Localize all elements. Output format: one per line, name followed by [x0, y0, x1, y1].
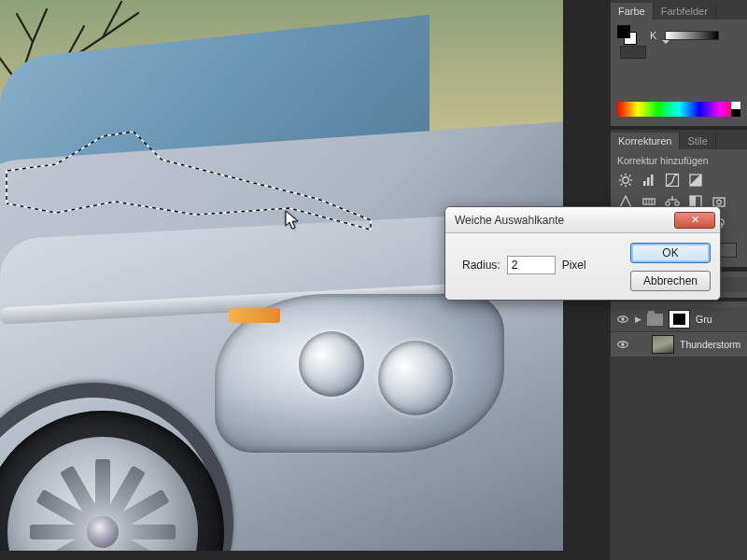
radius-unit: Pixel	[562, 259, 586, 272]
svg-rect-11	[651, 175, 654, 186]
svg-line-8	[629, 175, 631, 177]
tab-farbfelder[interactable]: Farbfelder	[654, 3, 716, 20]
brightness-icon[interactable]	[617, 173, 634, 188]
svg-point-31	[621, 317, 624, 320]
visibility-eye-icon[interactable]	[616, 313, 629, 326]
exposure-icon[interactable]	[687, 173, 704, 188]
foreground-swatch[interactable]	[617, 25, 630, 38]
folder-icon	[647, 314, 663, 326]
feather-selection-dialog: Weiche Auswahlkante ✕ Radius: Pixel OK A…	[444, 206, 721, 301]
tab-farbe[interactable]: Farbe	[611, 3, 654, 20]
disclosure-chevron-icon[interactable]: ▶	[635, 315, 641, 324]
layer-thumbnail[interactable]	[652, 335, 674, 354]
svg-line-7	[621, 184, 623, 186]
tab-stile[interactable]: Stile	[680, 133, 715, 149]
svg-rect-12	[667, 175, 679, 187]
close-icon: ✕	[691, 214, 699, 226]
layer-row-image[interactable]: Thunderstorm	[611, 331, 747, 357]
svg-point-33	[621, 343, 624, 345]
svg-line-5	[621, 175, 623, 177]
curves-icon[interactable]	[664, 173, 681, 188]
k-value-field[interactable]	[620, 46, 646, 59]
tab-korrekturen[interactable]: Korrekturen	[611, 133, 680, 149]
k-slider[interactable]	[665, 31, 719, 40]
dialog-titlebar[interactable]: Weiche Auswahlkante ✕	[445, 207, 720, 233]
k-channel-label: K	[650, 30, 656, 41]
svg-rect-10	[647, 177, 650, 186]
visibility-eye-icon[interactable]	[616, 338, 629, 351]
layer-name-label: Gru	[696, 314, 712, 325]
svg-point-0	[623, 177, 629, 184]
car-headlight	[215, 294, 504, 453]
layer-mask-thumb[interactable]	[669, 310, 690, 329]
svg-line-6	[629, 184, 631, 186]
layer-name-label: Thunderstorm	[680, 339, 740, 350]
color-spectrum[interactable]	[617, 102, 740, 117]
cancel-button[interactable]: Abbrechen	[630, 271, 711, 291]
radius-input[interactable]	[507, 256, 556, 274]
close-button[interactable]: ✕	[674, 212, 715, 229]
color-panel: Farbe Farbfelder K	[610, 0, 747, 126]
svg-rect-22	[713, 198, 725, 206]
svg-point-18	[666, 202, 669, 205]
radius-label: Radius:	[462, 259, 500, 272]
cursor-arrow-icon	[285, 210, 302, 232]
svg-point-23	[717, 200, 722, 204]
levels-icon[interactable]	[641, 173, 657, 188]
adjustments-aux-icon-3[interactable]	[720, 243, 737, 258]
selection-marquee	[5, 129, 374, 236]
layer-row-group[interactable]: ▶ Gru	[611, 307, 747, 331]
ok-button[interactable]: OK	[630, 243, 711, 263]
color-swatches[interactable]	[617, 25, 638, 46]
dialog-title: Weiche Auswahlkante	[445, 214, 674, 227]
layers-panel-visible-rows: ▶ Gru Thunderstorm	[610, 301, 747, 357]
svg-rect-9	[643, 181, 646, 186]
adjustments-subtitle: Korrektur hinzufügen	[617, 155, 740, 166]
svg-point-19	[675, 202, 679, 205]
